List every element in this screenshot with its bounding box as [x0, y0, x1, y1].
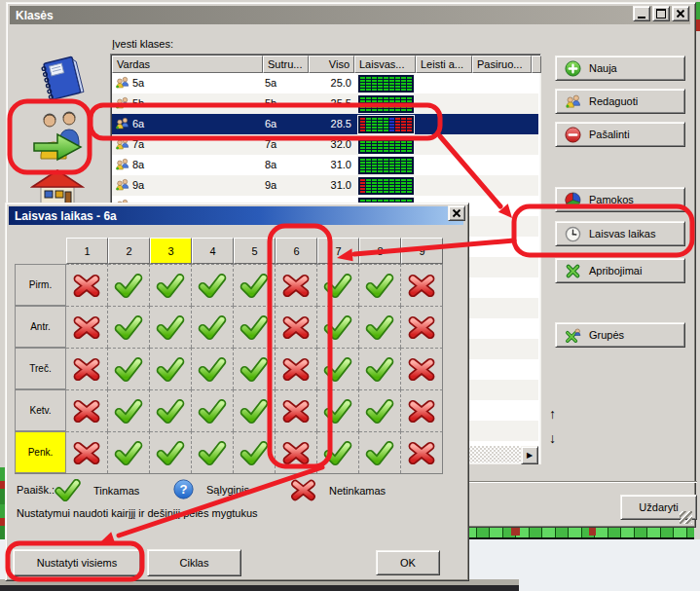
freetime-cell-treč-8[interactable]: [359, 348, 401, 389]
move-up-button[interactable]: ↑: [549, 406, 556, 422]
freetime-cell-ketv-1[interactable]: [66, 389, 108, 431]
freetime-cell-antr-5[interactable]: [234, 306, 276, 348]
freetime-cell-antr-6[interactable]: [276, 306, 317, 348]
freetime-cell-penk-8[interactable]: [359, 431, 401, 473]
day-label-treč[interactable]: Treč.: [15, 348, 66, 389]
freetime-cell-treč-1[interactable]: [66, 348, 108, 389]
action-button-pasalinti[interactable]: Pašalinti: [555, 122, 685, 147]
set-all-button[interactable]: Nustatyti visiems: [13, 549, 141, 576]
freetime-cell-pirm-5[interactable]: [234, 264, 276, 306]
period-header-6[interactable]: 6: [276, 238, 317, 264]
class-row-6a[interactable]: 6a6a28.5: [112, 114, 538, 134]
column-header-sutru[interactable]: Sutru...: [263, 55, 309, 73]
ok-button[interactable]: OK: [376, 550, 440, 575]
freetime-cell-penk-2[interactable]: [108, 431, 150, 473]
freetime-cell-antr-8[interactable]: [359, 306, 401, 348]
freetime-cell-treč-7[interactable]: [317, 348, 359, 389]
day-label-pirm[interactable]: Pirm.: [15, 264, 66, 306]
freetime-cell-penk-3[interactable]: [150, 431, 192, 473]
window-titlebar[interactable]: Klasės: [10, 6, 690, 24]
scroll-right-button[interactable]: ▶: [521, 446, 538, 464]
freetime-cell-pirm-4[interactable]: [192, 264, 234, 306]
day-label-penk[interactable]: Penk.: [15, 431, 66, 473]
freetime-cell-pirm-1[interactable]: [66, 264, 108, 306]
freetime-cell-antr-7[interactable]: [317, 306, 359, 348]
freetime-cell-ketv-4[interactable]: [192, 389, 234, 431]
column-header-pasiruo[interactable]: Pasiruo...: [472, 55, 532, 73]
period-header-4[interactable]: 4: [192, 238, 234, 264]
period-header-5[interactable]: 5: [234, 238, 276, 264]
freetime-cell-treč-4[interactable]: [192, 348, 234, 389]
resize-grip[interactable]: [680, 511, 692, 524]
period-header-2[interactable]: 2: [108, 238, 150, 264]
freetime-cell-pirm-3[interactable]: [150, 264, 192, 306]
constraints-icon: [565, 263, 581, 279]
freetime-cell-ketv-3[interactable]: [150, 389, 192, 431]
freetime-cell-pirm-8[interactable]: [359, 264, 401, 306]
cycle-button[interactable]: Ciklas: [147, 549, 241, 576]
freetime-cell-treč-3[interactable]: [150, 348, 192, 389]
period-header-7[interactable]: 7: [317, 238, 359, 264]
freetime-cell-penk-4[interactable]: [192, 431, 234, 473]
freetime-cell-penk-5[interactable]: [234, 431, 276, 473]
column-header-vardas[interactable]: Vardas: [112, 55, 263, 73]
freetime-cell-pirm-2[interactable]: [108, 264, 150, 306]
minimize-button[interactable]: [633, 6, 650, 21]
freetime-cell-penk-1[interactable]: [66, 431, 108, 473]
freetime-close-button[interactable]: [448, 205, 465, 221]
move-down-button[interactable]: ↓: [549, 430, 556, 446]
freetime-cell-treč-5[interactable]: [234, 348, 276, 389]
period-header-1[interactable]: 1: [66, 238, 108, 264]
class-row-5a[interactable]: 5a5a25.0: [112, 73, 538, 93]
legend-item-label: Tinkamas: [93, 485, 139, 497]
freetime-cell-penk-9[interactable]: [401, 431, 443, 473]
freetime-cell-antr-2[interactable]: [108, 306, 150, 348]
freetime-cell-treč-2[interactable]: [108, 348, 150, 389]
classes-transfer-icon[interactable]: [30, 108, 85, 166]
freetime-cell-treč-9[interactable]: [401, 348, 443, 389]
freetime-cell-ketv-8[interactable]: [359, 389, 401, 431]
action-button-nauja[interactable]: Nauja: [555, 55, 685, 81]
class-row-9a[interactable]: 9a9a31.0: [112, 175, 538, 196]
column-header-viso[interactable]: Viso: [309, 55, 354, 73]
check-icon: [239, 399, 269, 424]
freetime-dialog-titlebar[interactable]: Laisvas laikas - 6a: [9, 206, 463, 225]
column-header-leistia[interactable]: Leisti a...: [416, 55, 472, 73]
day-label-antr[interactable]: Antr.: [15, 306, 66, 348]
class-row-8a[interactable]: 8a8a31.0: [112, 155, 538, 175]
check-icon: [365, 315, 394, 340]
freetime-cell-ketv-2[interactable]: [108, 389, 150, 431]
freetime-cell-antr-1[interactable]: [66, 306, 108, 348]
freetime-cell-ketv-7[interactable]: [317, 389, 359, 431]
freetime-cell-pirm-6[interactable]: [276, 264, 317, 306]
freetime-cell-ketv-5[interactable]: [234, 389, 276, 431]
action-button-redaguoti[interactable]: Redaguoti: [555, 89, 685, 114]
freetime-cell-penk-6[interactable]: [276, 431, 317, 473]
action-button-grupes[interactable]: Grupės: [555, 322, 685, 348]
period-header-8[interactable]: 8: [359, 238, 401, 264]
house-icon[interactable]: [30, 168, 85, 207]
period-header-9[interactable]: 9: [401, 238, 443, 264]
class-row-7a[interactable]: 7a7a32.0: [112, 134, 538, 155]
close-button[interactable]: [672, 6, 689, 21]
class-row-5b[interactable]: 5b5b25.5: [112, 93, 538, 114]
freetime-cell-pirm-7[interactable]: [317, 264, 359, 306]
freetime-cell-ketv-9[interactable]: [401, 389, 443, 431]
action-button-laisvas-laikas[interactable]: Laisvas laikas: [555, 221, 685, 246]
maximize-button[interactable]: [652, 6, 670, 21]
period-header-3[interactable]: 3: [150, 238, 192, 264]
freetime-cell-pirm-9[interactable]: [401, 264, 443, 306]
freetime-cell-ketv-6[interactable]: [276, 389, 317, 431]
freetime-cell-antr-4[interactable]: [192, 306, 234, 348]
check-icon: [365, 274, 394, 298]
freetime-cell-penk-7[interactable]: [317, 431, 359, 473]
action-button-apribojimai[interactable]: Apribojimai: [555, 258, 685, 283]
column-header-laisvas[interactable]: Laisvas...: [354, 55, 416, 73]
day-label-ketv[interactable]: Ketv.: [15, 389, 66, 431]
column-header-filler[interactable]: [532, 55, 541, 73]
freetime-cell-antr-9[interactable]: [401, 306, 443, 348]
notebook-icon[interactable]: [34, 54, 85, 104]
freetime-cell-antr-3[interactable]: [150, 306, 192, 348]
freetime-cell-treč-6[interactable]: [276, 348, 317, 389]
action-button-pamokos[interactable]: Pamokos: [555, 187, 685, 212]
